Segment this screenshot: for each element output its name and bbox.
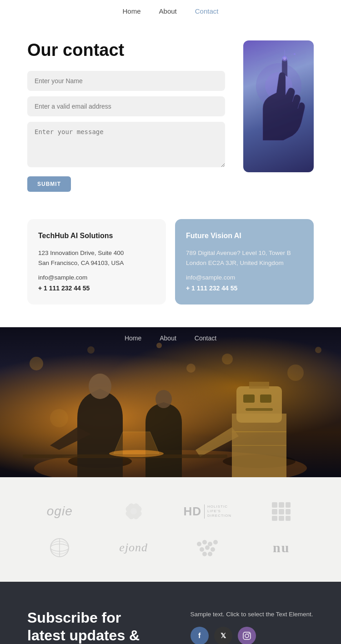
svg-rect-21 [236,386,282,423]
contact-title: Our contact [27,40,225,60]
card2-phone: + 1 111 232 44 55 [186,285,303,292]
facebook-icon[interactable]: f [191,627,209,644]
svg-rect-33 [286,502,291,508]
hero-nav-contact[interactable]: Contact [195,334,216,342]
svg-rect-23 [260,394,271,403]
svg-rect-25 [249,382,269,389]
svg-rect-22 [243,394,255,403]
svg-point-11 [287,364,304,381]
contact-section: Our contact SUBMIT [0,22,341,215]
svg-point-49 [205,545,210,550]
svg-rect-38 [279,516,284,521]
svg-point-48 [200,547,204,552]
logo-nu: nu [273,540,290,555]
svg-point-13 [186,364,196,373]
card2-email: info@sample.com [186,274,303,281]
subscribe-title: Subscribe for latest updates & insights [27,609,163,644]
contact-image [243,40,314,172]
name-input[interactable] [27,71,225,91]
svg-point-47 [213,540,218,544]
svg-point-55 [248,633,249,634]
svg-point-52 [208,552,212,556]
subscribe-right: Sample text. Click to select the Text El… [191,609,314,644]
svg-point-19 [155,390,172,408]
svg-point-10 [222,354,233,364]
social-icons: f 𝕏 [191,627,314,644]
subscribe-section: Subscribe for latest updates & insights … [0,582,341,644]
svg-rect-34 [272,509,277,514]
address-card-1: TechHub AI Solutions 123 Innovation Driv… [27,219,166,305]
submit-button[interactable]: SUBMIT [27,176,71,192]
svg-rect-32 [279,502,284,508]
nav-about[interactable]: About [159,7,177,15]
svg-point-44 [197,542,201,546]
hero-image-section: Home About Contact [0,327,341,477]
logo-flower [122,500,145,523]
nav-home[interactable]: Home [123,7,141,15]
subscribe-sample-text: Sample text. Click to select the Text El… [191,611,314,618]
svg-point-18 [89,374,111,399]
card1-address: 123 Innovation Drive, Suite 400 San Fran… [38,248,155,268]
address-card-2: Future Vision AI 789 Digital Avenue? Lev… [175,219,314,305]
svg-point-50 [211,547,215,552]
message-input[interactable] [27,122,225,167]
hero-nav: Home About Contact [0,334,341,342]
card2-name: Future Vision AI [186,232,303,240]
svg-point-14 [315,347,321,353]
svg-rect-31 [272,502,277,508]
card1-phone: + 1 111 232 44 55 [38,285,155,292]
logo-grid [271,501,291,522]
logo-ejond: ejond [119,541,148,554]
logo-dots [196,539,219,557]
card2-address: 789 Digital Avenue? Level 10, Tower B Lo… [186,248,303,268]
instagram-icon[interactable] [238,627,256,644]
logos-section: ogie HD HOLISTIC LIFE'S DIRECTION [0,477,341,582]
svg-point-8 [30,357,43,370]
hero-nav-about[interactable]: About [160,334,176,342]
card1-name: TechHub AI Solutions [38,232,155,240]
svg-point-15 [50,409,68,427]
logos-grid: ogie HD HOLISTIC LIFE'S DIRECTION [27,500,314,559]
svg-point-9 [87,346,95,354]
contact-form-area: Our contact SUBMIT [27,40,225,192]
svg-rect-24 [246,408,273,411]
svg-rect-39 [286,516,291,521]
nav-contact[interactable]: Contact [195,7,219,15]
svg-rect-36 [286,509,291,514]
card1-email: info@sample.com [38,274,155,281]
svg-point-12 [156,343,162,348]
svg-point-54 [245,634,249,638]
logo-hd: HD HOLISTIC LIFE'S DIRECTION [183,504,231,519]
svg-rect-37 [272,516,277,521]
logo-circle [48,536,71,559]
svg-point-30 [130,508,137,514]
main-nav: Home About Contact [0,0,341,22]
svg-line-7 [295,54,299,61]
svg-point-45 [202,540,207,544]
svg-point-51 [202,552,207,556]
twitter-icon[interactable]: 𝕏 [214,627,232,644]
hero-background [0,327,341,477]
logo-ogie: ogie [47,504,73,519]
svg-point-46 [208,542,212,546]
svg-rect-35 [279,509,284,514]
subscribe-left: Subscribe for latest updates & insights … [27,609,163,644]
address-cards: TechHub AI Solutions 123 Innovation Driv… [0,215,341,327]
email-input[interactable] [27,96,225,116]
hero-nav-home[interactable]: Home [125,334,141,342]
